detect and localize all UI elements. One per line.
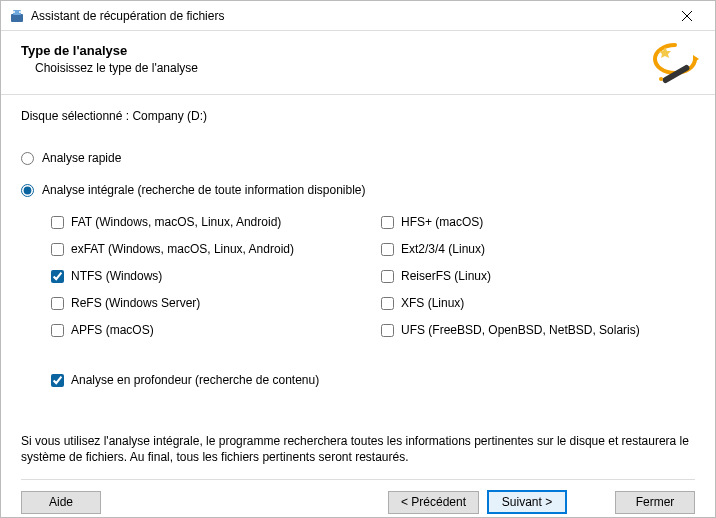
radio-quick-scan-input[interactable] <box>21 152 34 165</box>
checkbox-hfs-label: HFS+ (macOS) <box>401 215 483 229</box>
checkbox-deep-scan-label: Analyse en profondeur (recherche de cont… <box>71 373 319 387</box>
info-note: Si vous utilisez l'analyse intégrale, le… <box>21 433 695 465</box>
checkbox-ufs-label: UFS (FreeBSD, OpenBSD, NetBSD, Solaris) <box>401 323 640 337</box>
checkbox-apfs-label: APFS (macOS) <box>71 323 154 337</box>
checkbox-deep-scan[interactable]: Analyse en profondeur (recherche de cont… <box>51 373 695 387</box>
checkbox-fat[interactable]: FAT (Windows, macOS, Linux, Android) <box>51 215 381 229</box>
checkbox-hfs[interactable]: HFS+ (macOS) <box>381 215 681 229</box>
checkbox-refs[interactable]: ReFS (Windows Server) <box>51 296 381 310</box>
checkbox-xfs-input[interactable] <box>381 297 394 310</box>
checkbox-fat-input[interactable] <box>51 216 64 229</box>
checkbox-reiserfs[interactable]: ReiserFS (Linux) <box>381 269 681 283</box>
checkbox-ntfs[interactable]: NTFS (Windows) <box>51 269 381 283</box>
help-button[interactable]: Aide <box>21 491 101 514</box>
radio-full-scan[interactable]: Analyse intégrale (recherche de toute in… <box>21 183 695 197</box>
radio-full-scan-input[interactable] <box>21 184 34 197</box>
page-subtitle: Choisissez le type de l'analyse <box>21 61 695 75</box>
checkbox-reiserfs-input[interactable] <box>381 270 394 283</box>
filesystem-grid: FAT (Windows, macOS, Linux, Android) HFS… <box>51 215 695 337</box>
wizard-header: Type de l'analyse Choisissez le type de … <box>1 31 715 95</box>
checkbox-xfs[interactable]: XFS (Linux) <box>381 296 681 310</box>
checkbox-reiserfs-label: ReiserFS (Linux) <box>401 269 491 283</box>
svg-point-8 <box>659 77 663 81</box>
checkbox-exfat[interactable]: exFAT (Windows, macOS, Linux, Android) <box>51 242 381 256</box>
page-title: Type de l'analyse <box>21 43 695 58</box>
checkbox-ntfs-input[interactable] <box>51 270 64 283</box>
checkbox-ufs-input[interactable] <box>381 324 394 337</box>
selected-disk-label: Disque sélectionné : Company (D:) <box>21 109 695 123</box>
button-bar: Aide < Précédent Suivant > Fermer <box>1 480 715 518</box>
checkbox-ext-input[interactable] <box>381 243 394 256</box>
checkbox-apfs[interactable]: APFS (macOS) <box>51 323 381 337</box>
checkbox-refs-input[interactable] <box>51 297 64 310</box>
checkbox-deep-scan-input[interactable] <box>51 374 64 387</box>
checkbox-ntfs-label: NTFS (Windows) <box>71 269 162 283</box>
back-button[interactable]: < Précédent <box>388 491 479 514</box>
checkbox-hfs-input[interactable] <box>381 216 394 229</box>
titlebar: Assistant de récupération de fichiers <box>1 1 715 31</box>
svg-point-3 <box>19 11 21 13</box>
close-window-button[interactable]: Fermer <box>615 491 695 514</box>
checkbox-xfs-label: XFS (Linux) <box>401 296 464 310</box>
checkbox-exfat-label: exFAT (Windows, macOS, Linux, Android) <box>71 242 294 256</box>
radio-quick-scan-label: Analyse rapide <box>42 151 121 165</box>
wizard-wand-icon <box>651 41 699 89</box>
radio-quick-scan[interactable]: Analyse rapide <box>21 151 695 165</box>
checkbox-ufs[interactable]: UFS (FreeBSD, OpenBSD, NetBSD, Solaris) <box>381 323 681 337</box>
checkbox-apfs-input[interactable] <box>51 324 64 337</box>
svg-rect-7 <box>662 64 691 84</box>
checkbox-ext[interactable]: Ext2/3/4 (Linux) <box>381 242 681 256</box>
close-button[interactable] <box>667 1 707 31</box>
radio-full-scan-label: Analyse intégrale (recherche de toute in… <box>42 183 366 197</box>
next-button[interactable]: Suivant > <box>487 490 567 514</box>
svg-rect-0 <box>11 14 23 22</box>
wizard-content: Disque sélectionné : Company (D:) Analys… <box>1 95 715 395</box>
close-icon <box>682 11 692 21</box>
svg-point-2 <box>13 11 15 13</box>
window-title: Assistant de récupération de fichiers <box>31 9 667 23</box>
checkbox-fat-label: FAT (Windows, macOS, Linux, Android) <box>71 215 281 229</box>
checkbox-refs-label: ReFS (Windows Server) <box>71 296 200 310</box>
checkbox-ext-label: Ext2/3/4 (Linux) <box>401 242 485 256</box>
checkbox-exfat-input[interactable] <box>51 243 64 256</box>
app-icon <box>9 8 25 24</box>
